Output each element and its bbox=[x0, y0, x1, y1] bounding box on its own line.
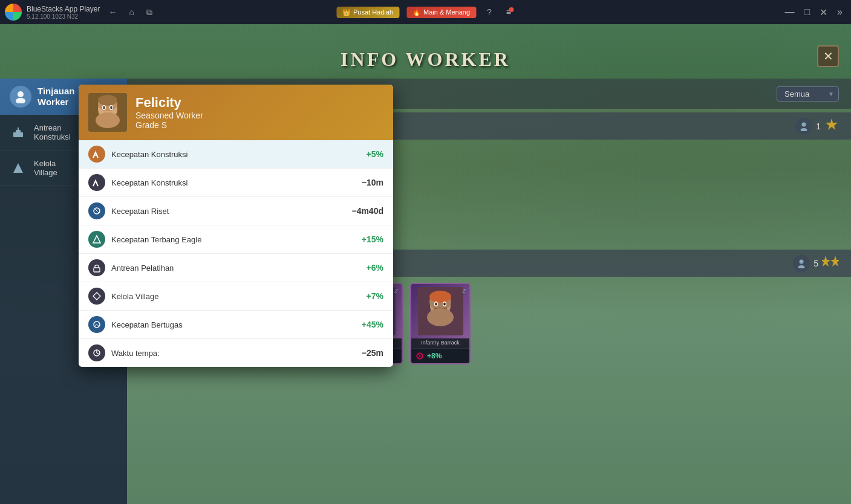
svg-marker-27 bbox=[830, 256, 839, 267]
skilled-stat-icon-5 bbox=[415, 351, 425, 361]
skill-name-1: Kecepatan Konstruksi bbox=[111, 150, 367, 159]
skilled-count: 5 bbox=[814, 259, 818, 268]
app-version: 5.12.100.1023 N32 bbox=[27, 13, 100, 20]
main-menang-button[interactable]: 🔥 Main & Menang bbox=[406, 7, 476, 18]
skilled-label-5: Infantry Barrack bbox=[411, 338, 469, 348]
nav-back-button[interactable]: ← bbox=[105, 5, 120, 19]
filter-dropdown[interactable]: Semua Seasoned Skilled bbox=[777, 86, 839, 102]
bluestacks-logo bbox=[5, 4, 22, 21]
skill-val-1: +5% bbox=[367, 149, 383, 159]
window-close-button[interactable]: ✕ bbox=[816, 5, 831, 19]
svg-rect-98 bbox=[94, 268, 100, 272]
fire-icon: 🔥 bbox=[412, 8, 421, 16]
kelola-icon bbox=[10, 160, 27, 176]
skill-val-8: −25m bbox=[362, 348, 383, 358]
expand-button[interactable]: » bbox=[833, 5, 846, 19]
seasoned-count: 1 bbox=[816, 121, 821, 131]
svg-point-93 bbox=[96, 112, 120, 128]
info-popup: Felicity Seasoned Worker Grade S Kecepat… bbox=[79, 85, 393, 367]
minimize-button[interactable]: — bbox=[781, 5, 798, 19]
title-bar-left: BlueStacks App Player 5.12.100.1023 N32 … bbox=[5, 4, 156, 21]
nav-multi-button[interactable]: ⧉ bbox=[143, 5, 156, 20]
svg-point-24 bbox=[800, 259, 804, 263]
skill-name-8: Waktu tempa: bbox=[111, 349, 362, 358]
skill-icon-4 bbox=[88, 231, 105, 248]
sidebar-konstruksi-label: Antrean Konstruksi bbox=[34, 123, 71, 141]
skilled-rank-icon bbox=[822, 254, 839, 272]
skill-name-6: Kelola Village bbox=[111, 292, 367, 301]
sidebar-header-text: Tinjauan Worker bbox=[37, 86, 74, 108]
skill-val-4: +15% bbox=[362, 234, 383, 244]
skill-name-2: Kecepatan Konstruksi bbox=[111, 178, 362, 187]
svg-point-92 bbox=[110, 106, 112, 109]
sidebar-title-line1: Tinjauan bbox=[37, 86, 74, 97]
svg-marker-5 bbox=[13, 163, 23, 173]
svg-point-78 bbox=[435, 303, 437, 306]
skill-val-3: −4m40d bbox=[351, 206, 383, 216]
skilled-card-5[interactable]: z Infantry Barrack +8% bbox=[410, 283, 471, 364]
skill-icon-5 bbox=[88, 259, 105, 276]
seasoned-count-area: 1 bbox=[795, 117, 839, 135]
skill-icon-1 bbox=[88, 146, 105, 163]
skill-val-2: −10m bbox=[362, 178, 383, 187]
sidebar-kelola-label: Kelola Village bbox=[34, 159, 57, 177]
skill-icon-7 bbox=[88, 316, 105, 333]
nav-home-button[interactable]: ⌂ bbox=[125, 5, 137, 19]
skilled-count-area: 5 bbox=[793, 254, 839, 272]
skill-name-3: Kecepatan Riset bbox=[111, 207, 351, 216]
svg-line-96 bbox=[95, 209, 99, 213]
popup-header: Felicity Seasoned Worker Grade S bbox=[79, 85, 393, 140]
skill-val-6: +7% bbox=[367, 291, 383, 301]
svg-rect-2 bbox=[13, 132, 23, 137]
svg-point-0 bbox=[18, 91, 24, 97]
svg-point-25 bbox=[798, 265, 805, 268]
help-button[interactable]: ? bbox=[483, 5, 495, 19]
pusat-hadiah-button[interactable]: 👑 Pusat Hadiah bbox=[336, 7, 399, 18]
skill-icon-8 bbox=[88, 344, 105, 361]
svg-point-1 bbox=[16, 98, 25, 103]
seasoned-rank-icon bbox=[824, 117, 839, 135]
skilled-count-badge bbox=[793, 255, 810, 272]
skill-item-4: Kecepatan Terbang Eagle +15% bbox=[79, 225, 393, 254]
skilled-face-5-svg bbox=[418, 287, 463, 335]
skill-item-1: Kecepatan Konstruksi +5% bbox=[79, 140, 393, 169]
menu-button[interactable]: ≡ bbox=[503, 5, 515, 19]
skill-icon-3 bbox=[88, 202, 105, 219]
restore-button[interactable]: □ bbox=[800, 5, 814, 19]
game-background: INFO WORKER ✕ Tinjauan Worker Antrean Ko… bbox=[0, 24, 851, 504]
seasoned-count-badge bbox=[795, 118, 812, 135]
pusat-hadiah-label: Pusat Hadiah bbox=[353, 8, 393, 16]
main-menang-label: Main & Menang bbox=[423, 8, 470, 16]
svg-point-75 bbox=[429, 291, 451, 303]
sleep-z-5: z bbox=[463, 286, 466, 294]
svg-point-91 bbox=[103, 106, 105, 109]
sidebar-title-line2: Worker bbox=[37, 97, 74, 108]
title-bar-controls: — □ ✕ » bbox=[781, 5, 846, 19]
skill-name-7: Kecepatan Bertugas bbox=[111, 320, 362, 329]
game-close-button[interactable]: ✕ bbox=[817, 45, 839, 67]
title-bar-center: 👑 Pusat Hadiah 🔥 Main & Menang ? ≡ bbox=[336, 5, 515, 19]
popup-portrait-svg bbox=[88, 93, 127, 132]
skill-name-4: Kecepatan Terbang Eagle bbox=[111, 235, 362, 244]
svg-point-79 bbox=[443, 303, 446, 306]
filter-area: Semua Seasoned Skilled ▼ bbox=[777, 86, 839, 102]
skilled-stat-val-5: +8% bbox=[427, 352, 442, 360]
svg-marker-26 bbox=[822, 256, 830, 267]
svg-point-88 bbox=[98, 95, 117, 106]
svg-point-8 bbox=[802, 122, 806, 126]
skill-icon-2 bbox=[88, 174, 105, 191]
skill-item-7: Kecepatan Bertugas +45% bbox=[79, 311, 393, 339]
notification-dot bbox=[509, 7, 514, 12]
svg-rect-4 bbox=[18, 128, 19, 131]
filter-dropdown-wrapper: Semua Seasoned Skilled ▼ bbox=[777, 86, 839, 102]
sleep-z-4: z bbox=[395, 286, 399, 294]
skill-val-5: +6% bbox=[367, 263, 383, 273]
skill-item-6: Kelola Village +7% bbox=[79, 282, 393, 311]
skill-list: Kecepatan Konstruksi +5% Kecepatan Konst… bbox=[79, 140, 393, 367]
skilled-portrait-5: z bbox=[411, 284, 469, 338]
page-title: INFO WORKER bbox=[0, 48, 851, 71]
app-name: BlueStacks App Player bbox=[27, 5, 100, 13]
popup-info: Felicity Seasoned Worker Grade S bbox=[135, 95, 203, 130]
popup-portrait bbox=[88, 93, 127, 132]
skilled-stat-5: +8% bbox=[411, 348, 469, 363]
